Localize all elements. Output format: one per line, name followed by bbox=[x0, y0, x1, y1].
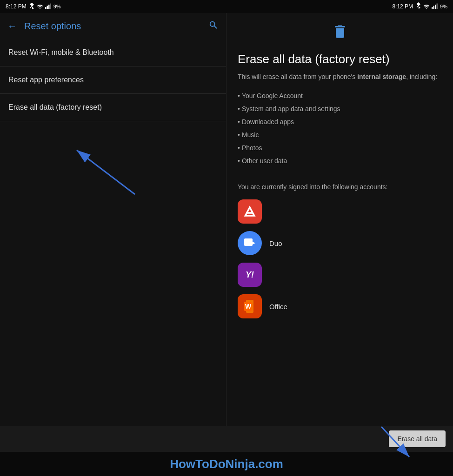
status-time-left: 8:12 PM bbox=[6, 3, 27, 10]
svg-rect-7 bbox=[437, 4, 438, 9]
bullet-item-apps: Downloaded apps bbox=[238, 115, 442, 128]
svg-rect-1 bbox=[47, 6, 48, 9]
menu-item-wifi[interactable]: Reset Wi-Fi, mobile & Bluetooth bbox=[0, 39, 226, 66]
adobe-icon bbox=[238, 199, 262, 224]
svg-rect-5 bbox=[433, 6, 435, 9]
bullet-item-photos: Photos bbox=[238, 141, 442, 154]
battery-left: 9% bbox=[53, 4, 61, 9]
status-icons-right: 9% bbox=[416, 2, 447, 11]
bottom-bar: Erase all data bbox=[0, 426, 453, 452]
menu-item-factory-reset[interactable]: Erase all data (factory reset) bbox=[0, 94, 226, 121]
bullet-item-google: Your Google Account bbox=[238, 89, 442, 102]
svg-rect-0 bbox=[45, 7, 47, 9]
svg-rect-6 bbox=[435, 5, 436, 9]
bullet-item-userdata: Other user data bbox=[238, 154, 442, 167]
duo-icon bbox=[238, 231, 262, 255]
app-icons-list: Duo Y! W Office bbox=[238, 199, 442, 318]
bullet-item-system: System and app data and settings bbox=[238, 102, 442, 115]
bluetooth-icon: ​ bbox=[29, 3, 35, 10]
erase-all-button[interactable]: Erase all data bbox=[389, 430, 446, 447]
trash-icon bbox=[332, 22, 348, 45]
signal-icon-right bbox=[432, 2, 438, 11]
left-panel: ← Reset options Reset Wi-Fi, mobile & Bl… bbox=[0, 13, 226, 426]
svg-rect-3 bbox=[50, 4, 51, 9]
app-row-office: W Office bbox=[238, 294, 442, 318]
screen-title: Reset options bbox=[24, 21, 208, 32]
website-text: HowToDoNinja.com bbox=[170, 457, 283, 471]
duo-label: Duo bbox=[269, 239, 282, 247]
status-bar-right: 8:12 PM 9% bbox=[226, 0, 453, 13]
erase-description: This will erase all data from your phone… bbox=[238, 72, 442, 82]
top-bar: ← Reset options bbox=[0, 13, 226, 39]
app-row-adobe bbox=[238, 199, 442, 224]
status-icons-left: ​ 9% bbox=[29, 2, 61, 11]
wifi-icon-right bbox=[423, 2, 430, 11]
status-bar-left: 8:12 PM ​ 9% bbox=[0, 0, 226, 13]
svg-rect-4 bbox=[432, 7, 433, 9]
svg-rect-2 bbox=[48, 5, 50, 9]
yahoo-icon: Y! bbox=[238, 263, 262, 287]
battery-right: 9% bbox=[440, 4, 447, 9]
back-button[interactable]: ← bbox=[7, 21, 17, 32]
search-icon[interactable] bbox=[208, 20, 219, 33]
right-panel: Erase all data (factory reset) This will… bbox=[226, 13, 453, 426]
bullet-item-music: Music bbox=[238, 128, 442, 141]
accounts-text: You are currently signed into the follow… bbox=[238, 182, 442, 192]
wifi-icon bbox=[37, 2, 43, 11]
office-label: Office bbox=[269, 303, 287, 311]
signal-icon bbox=[45, 2, 52, 11]
bluetooth-icon-right bbox=[416, 2, 421, 11]
main-content: ← Reset options Reset Wi-Fi, mobile & Bl… bbox=[0, 13, 453, 426]
menu-item-app-prefs[interactable]: Reset app preferences bbox=[0, 66, 226, 94]
website-footer: HowToDoNinja.com bbox=[0, 452, 453, 476]
trash-icon-container bbox=[238, 22, 442, 45]
bullet-list: Your Google Account System and app data … bbox=[238, 89, 442, 167]
svg-text:W: W bbox=[245, 303, 252, 310]
status-bar: 8:12 PM ​ 9% 8:12 PM 9% bbox=[0, 0, 453, 13]
app-row-yahoo: Y! bbox=[238, 263, 442, 287]
app-row-duo: Duo bbox=[238, 231, 442, 255]
office-icon: W bbox=[238, 294, 262, 318]
status-time-right: 8:12 PM bbox=[392, 3, 413, 10]
svg-marker-8 bbox=[245, 207, 254, 216]
erase-title: Erase all data (factory reset) bbox=[238, 52, 442, 66]
